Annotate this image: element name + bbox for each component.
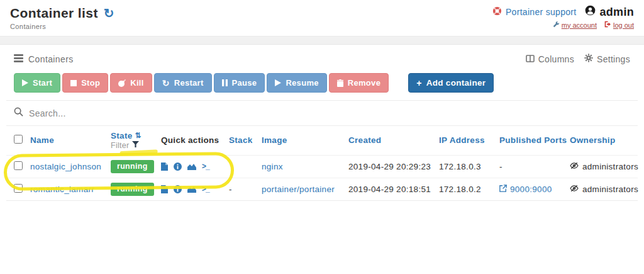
header-quick-actions: Quick actions (161, 126, 229, 155)
console-icon[interactable]: >_ (202, 162, 209, 171)
log-out-icon (604, 21, 611, 29)
gear-icon (584, 54, 593, 64)
user-icon (585, 5, 596, 19)
life-ring-icon (492, 6, 502, 18)
header-created[interactable]: Created (348, 126, 439, 155)
table-header-row: Name State ⇅ Filter Quick actions Stack (6, 126, 638, 155)
console-icon[interactable]: >_ (202, 185, 209, 193)
select-all-checkbox[interactable] (14, 135, 23, 144)
search-input[interactable] (29, 108, 595, 118)
sort-icon: ⇅ (135, 131, 142, 140)
resume-label: Resume (286, 78, 318, 88)
kill-label: Kill (130, 78, 143, 88)
trash-icon (337, 79, 343, 87)
log-out-link[interactable]: log out (604, 21, 634, 29)
status-badge: running (111, 183, 154, 196)
header-ownership[interactable]: Ownership (570, 126, 638, 155)
top-header: Container list ↻ Containers Portainer su… (0, 0, 644, 36)
settings-label: Settings (597, 54, 630, 64)
remove-label: Remove (348, 78, 380, 88)
ports-value: 9000:9000 (510, 185, 552, 194)
columns-icon (526, 54, 535, 64)
add-container-button[interactable]: + Add container (408, 73, 494, 93)
logs-icon[interactable] (161, 185, 168, 193)
ip-value: 172.18.0.2 (439, 185, 481, 194)
username: admin (599, 6, 634, 19)
restart-button[interactable]: ↻ Restart (154, 73, 212, 93)
table-row: romantic_lamarr running >_ (6, 178, 638, 200)
stats-icon[interactable] (187, 163, 196, 170)
my-account-link[interactable]: my account (553, 21, 597, 29)
pause-button[interactable]: Pause (214, 73, 265, 93)
stop-button[interactable]: Stop (62, 73, 108, 93)
inspect-icon[interactable] (174, 163, 182, 171)
search-icon (14, 107, 23, 119)
refresh-icon[interactable]: ↻ (104, 7, 114, 20)
image-link[interactable]: nginx (262, 162, 283, 171)
stats-icon[interactable] (187, 186, 196, 193)
columns-label: Columns (538, 54, 574, 64)
header-state: State ⇅ Filter (111, 126, 161, 155)
funnel-icon (132, 141, 139, 150)
quick-actions: >_ (161, 162, 229, 171)
row-checkbox[interactable] (14, 161, 23, 170)
wrench-icon (553, 21, 560, 29)
log-out-label: log out (613, 21, 634, 29)
stack-value: - (229, 185, 232, 194)
container-actions-toolbar: Start Stop Kill ↻ Restart Pause Resume R… (6, 72, 638, 100)
table-row: nostalgic_johnson running >_ (6, 155, 638, 178)
created-value: 2019-04-29 20:29:23 (348, 162, 431, 171)
panel-title-label: Containers (28, 54, 74, 64)
add-container-label: Add container (426, 78, 486, 88)
header-ip-address[interactable]: IP Address (439, 126, 499, 155)
row-checkbox[interactable] (14, 184, 23, 193)
header-image[interactable]: Image (262, 126, 348, 155)
pause-label: Pause (232, 78, 257, 88)
container-name-link[interactable]: romantic_lamarr (30, 185, 94, 194)
remove-button[interactable]: Remove (329, 73, 389, 93)
ports-value: - (499, 162, 502, 171)
inspect-icon[interactable] (174, 185, 182, 193)
ownership-value: administrators (582, 162, 638, 171)
external-link-icon (499, 185, 507, 194)
user-menu[interactable]: admin (585, 5, 634, 19)
resume-button[interactable]: Resume (267, 73, 326, 93)
header-published-ports[interactable]: Published Ports (499, 126, 570, 155)
search-bar (6, 100, 638, 126)
containers-panel: Containers Columns Settings Start (6, 45, 638, 201)
eye-slash-icon (570, 162, 579, 171)
ip-value: 172.18.0.3 (439, 162, 481, 171)
portainer-support-link[interactable]: Portainer support (492, 6, 577, 18)
header-divider (0, 36, 644, 45)
ownership-value: administrators (582, 185, 638, 194)
bomb-icon (118, 79, 126, 87)
status-badge: running (111, 160, 154, 173)
header-name[interactable]: Name (30, 126, 111, 155)
state-sort[interactable]: State ⇅ (111, 131, 161, 140)
list-icon (14, 54, 23, 64)
start-label: Start (33, 78, 52, 88)
settings-button[interactable]: Settings (584, 54, 630, 64)
header-stack[interactable]: Stack (229, 126, 262, 155)
page-title: Container list (10, 6, 98, 21)
stop-label: Stop (81, 78, 100, 88)
plus-icon: + (416, 79, 421, 88)
restart-icon: ↻ (162, 79, 170, 88)
columns-button[interactable]: Columns (526, 54, 574, 64)
created-value: 2019-04-29 20:18:51 (348, 185, 431, 194)
state-filter[interactable]: Filter (111, 141, 161, 150)
restart-label: Restart (174, 78, 204, 88)
start-button[interactable]: Start (14, 73, 60, 93)
eye-slash-icon (570, 185, 579, 194)
my-account-label: my account (562, 21, 597, 29)
image-link[interactable]: portainer/portainer (262, 185, 335, 194)
portainer-support-label: Portainer support (506, 7, 577, 17)
published-port-link[interactable]: 9000:9000 (499, 185, 570, 194)
containers-table: Name State ⇅ Filter Quick actions Stack (6, 126, 638, 201)
kill-button[interactable]: Kill (110, 73, 152, 93)
quick-actions: >_ (161, 185, 229, 193)
logs-icon[interactable] (161, 163, 168, 171)
container-name-link[interactable]: nostalgic_johnson (30, 162, 101, 171)
